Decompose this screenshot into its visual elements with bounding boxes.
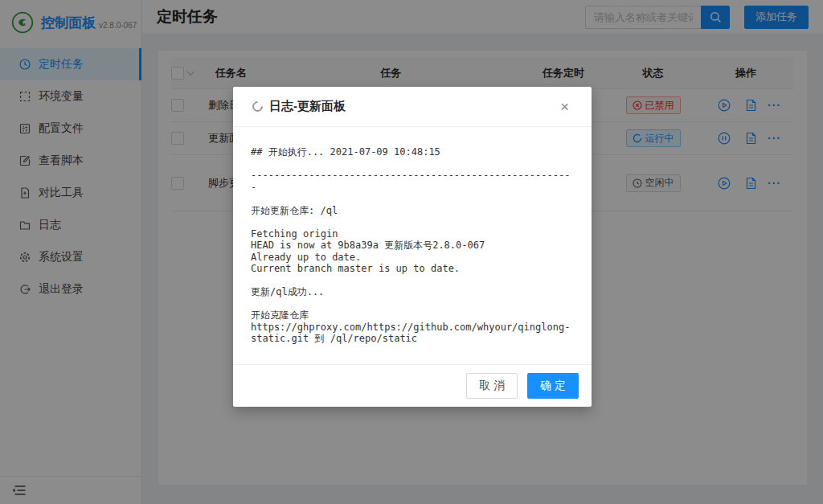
modal-header: 日志-更新面板 × (233, 87, 592, 127)
log-output: ## 开始执行... 2021-07-09 10:48:15 ---------… (251, 146, 574, 345)
modal-body: ## 开始执行... 2021-07-09 10:48:15 ---------… (233, 127, 592, 364)
loading-spinner-icon (250, 99, 264, 113)
confirm-button[interactable]: 确 定 (527, 373, 579, 399)
cancel-button[interactable]: 取 消 (466, 373, 518, 399)
modal-footer: 取 消 确 定 (233, 364, 592, 407)
log-modal: 日志-更新面板 × ## 开始执行... 2021-07-09 10:48:15… (233, 87, 592, 407)
modal-title: 日志-更新面板 (269, 99, 557, 114)
close-icon[interactable]: × (557, 97, 572, 116)
